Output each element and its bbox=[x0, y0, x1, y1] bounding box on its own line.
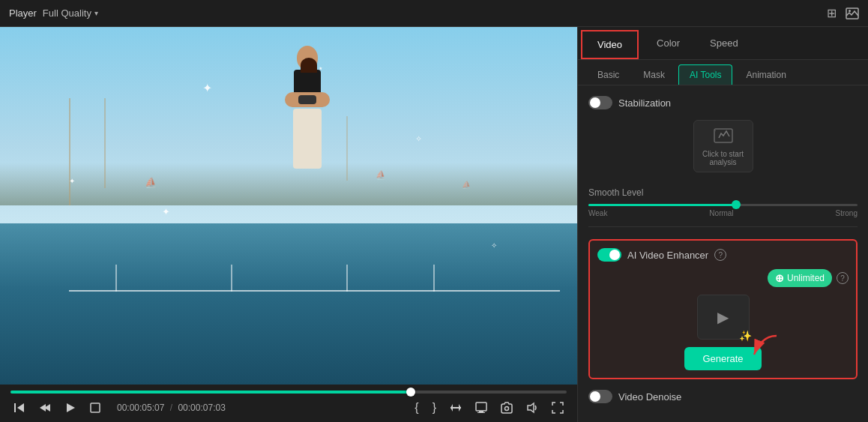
play-button[interactable] bbox=[61, 400, 79, 415]
playback-controls: 00:00:05:07 / 00:00:07:03 { } bbox=[0, 385, 577, 422]
subtab-mask[interactable]: Mask bbox=[633, 64, 675, 85]
analysis-area: Click to start analysis bbox=[588, 120, 858, 180]
slider-track bbox=[588, 204, 858, 206]
video-denoise-section: Video Denoise bbox=[588, 390, 858, 403]
unlimited-plus-icon: ⊕ bbox=[775, 272, 784, 284]
stop-button[interactable] bbox=[87, 401, 103, 415]
generate-area: ▶ ✨ bbox=[597, 295, 849, 370]
railing-post-4 bbox=[433, 265, 435, 292]
controls-row: 00:00:05:07 / 00:00:07:03 { } bbox=[10, 400, 567, 416]
main-tabs-bar: Video Color Speed bbox=[578, 27, 868, 60]
slider-thumb bbox=[732, 200, 741, 209]
svg-point-1 bbox=[849, 10, 851, 12]
stabilization-label: Stabilization bbox=[618, 97, 671, 109]
chevron-down-icon: ▾ bbox=[94, 9, 98, 17]
label-weak: Weak bbox=[588, 209, 607, 217]
tab-video[interactable]: Video bbox=[581, 30, 639, 59]
quality-selector[interactable]: Full Quality ▾ bbox=[43, 7, 98, 19]
generate-preview-box: ▶ ✨ bbox=[697, 295, 750, 340]
svg-marker-5 bbox=[40, 404, 46, 412]
label-normal: Normal bbox=[709, 209, 733, 217]
image-icon[interactable] bbox=[846, 7, 859, 20]
video-background: ✦ ✧ ✦ ✧ ⋆ ✦ ⛵ ⛵ ⛵ bbox=[0, 27, 577, 385]
svg-marker-9 bbox=[450, 404, 453, 412]
unlimited-button[interactable]: ⊕ Unlimited bbox=[768, 269, 832, 287]
denoise-label: Video Denoise bbox=[618, 391, 681, 403]
svg-marker-6 bbox=[67, 403, 75, 412]
generate-inner: ▶ ✨ bbox=[597, 295, 849, 370]
mark-in-button[interactable]: { bbox=[412, 400, 421, 416]
svg-marker-15 bbox=[528, 403, 534, 412]
video-play-icon: ▶ bbox=[717, 308, 729, 326]
divider-1 bbox=[588, 226, 858, 227]
enhancer-header: AI Video Enhancer ? bbox=[597, 248, 849, 262]
enhancer-help-icon[interactable]: ? bbox=[714, 249, 726, 261]
unlimited-help-icon[interactable]: ? bbox=[837, 272, 849, 284]
sailboat-2: ⛵ bbox=[376, 170, 386, 180]
tab-color[interactable]: Color bbox=[642, 27, 695, 59]
enhancer-toggle-knob bbox=[609, 250, 620, 260]
denoise-toggle[interactable] bbox=[588, 390, 612, 403]
mast-3 bbox=[346, 116, 348, 181]
smooth-level-section: Smooth Level Weak Normal Strong bbox=[588, 187, 858, 217]
svg-rect-11 bbox=[476, 403, 486, 411]
denoise-toggle-knob bbox=[590, 391, 600, 402]
railing-post-2 bbox=[231, 265, 232, 292]
subtab-ai-tools[interactable]: AI Tools bbox=[678, 64, 732, 85]
toggle-knob bbox=[590, 97, 600, 108]
generate-button[interactable]: Generate bbox=[684, 347, 761, 370]
sparkle-4: ✧ bbox=[491, 241, 497, 250]
person-figure bbox=[277, 45, 337, 385]
current-time: 00:00:05:07 / 00:00:07:03 bbox=[117, 403, 226, 413]
svg-rect-7 bbox=[91, 403, 100, 412]
quality-label: Full Quality bbox=[43, 7, 91, 19]
split-button[interactable] bbox=[447, 400, 465, 415]
controls-right: { } bbox=[412, 400, 567, 416]
subtab-basic[interactable]: Basic bbox=[587, 64, 630, 85]
enhancer-toggle[interactable] bbox=[597, 248, 621, 262]
progress-fill bbox=[10, 391, 411, 394]
svg-point-14 bbox=[505, 407, 509, 411]
player-label: Player bbox=[9, 7, 37, 19]
svg-rect-13 bbox=[477, 412, 485, 413]
player-panel: ✦ ✧ ✦ ✧ ⋆ ✦ ⛵ ⛵ ⛵ bbox=[0, 27, 577, 422]
svg-rect-12 bbox=[479, 411, 483, 412]
main-layout: ✦ ✧ ✦ ✧ ⋆ ✦ ⛵ ⛵ ⛵ bbox=[0, 27, 868, 422]
sparkle-1: ✦ bbox=[202, 81, 212, 95]
analysis-text: Click to start analysis bbox=[694, 150, 753, 166]
top-bar: Player Full Quality ▾ ⊞ bbox=[0, 0, 868, 27]
volume-button[interactable] bbox=[523, 400, 541, 415]
label-strong: Strong bbox=[836, 209, 858, 217]
svg-rect-2 bbox=[14, 403, 16, 412]
smooth-level-label: Smooth Level bbox=[588, 187, 858, 198]
player-controls-left: Player Full Quality ▾ bbox=[9, 7, 98, 19]
sparkle-badge-icon: ✨ bbox=[739, 330, 752, 342]
right-panel: Video Color Speed Basic Mask AI Tools An… bbox=[577, 27, 868, 422]
enhancer-label: AI Video Enhancer bbox=[627, 250, 708, 261]
mast-2 bbox=[104, 98, 106, 187]
fullscreen-button[interactable] bbox=[549, 400, 567, 415]
mark-out-button[interactable]: } bbox=[430, 400, 439, 416]
generate-btn-wrapper: Generate bbox=[684, 347, 761, 370]
unlimited-label: Unlimited bbox=[787, 273, 825, 283]
sailboat-3: ⛵ bbox=[462, 181, 471, 189]
grid-icon[interactable]: ⊞ bbox=[827, 6, 837, 20]
camera-button[interactable] bbox=[498, 400, 516, 415]
sparkle-2: ✧ bbox=[415, 134, 422, 144]
stabilization-row: Stabilization bbox=[588, 96, 858, 109]
monitor-button[interactable] bbox=[472, 400, 490, 415]
slider-labels: Weak Normal Strong bbox=[588, 209, 858, 217]
progress-thumb bbox=[406, 388, 415, 397]
analysis-box[interactable]: Click to start analysis bbox=[693, 120, 753, 172]
video-area: ✦ ✧ ✦ ✧ ⋆ ✦ ⛵ ⛵ ⛵ bbox=[0, 27, 577, 385]
play-back-button[interactable] bbox=[36, 400, 54, 415]
panel-content: Stabilization Click to start analysis Sm… bbox=[578, 85, 868, 422]
tab-speed[interactable]: Speed bbox=[695, 27, 753, 59]
skip-back-button[interactable] bbox=[10, 400, 28, 415]
stabilization-toggle[interactable] bbox=[588, 96, 612, 109]
subtab-animation[interactable]: Animation bbox=[735, 64, 796, 85]
svg-marker-10 bbox=[459, 404, 461, 412]
smooth-slider[interactable]: Weak Normal Strong bbox=[588, 204, 858, 217]
unlimited-badge-row: ⊕ Unlimited ? bbox=[597, 269, 849, 287]
progress-bar[interactable] bbox=[10, 391, 567, 394]
